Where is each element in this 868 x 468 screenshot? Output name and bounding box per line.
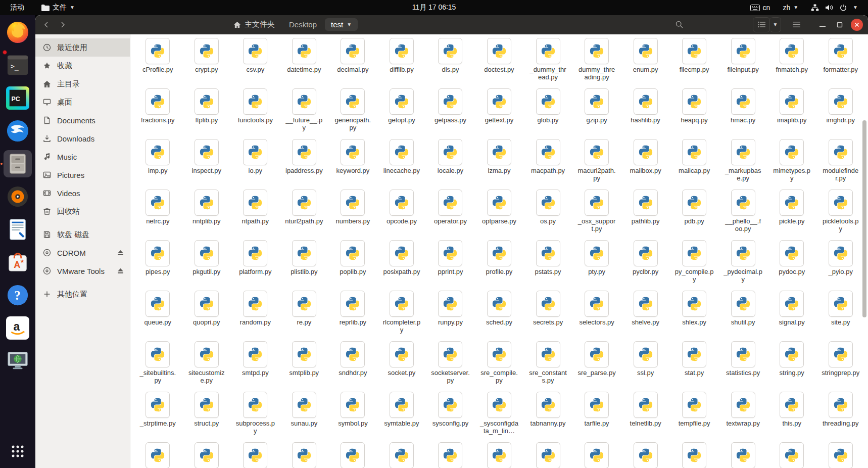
file-item[interactable]: ssl.py (621, 339, 670, 390)
file-item[interactable]: re.py (280, 289, 329, 339)
file-item[interactable]: pprint.py (426, 238, 475, 289)
file-item[interactable]: getpass.py (426, 86, 475, 137)
sidebar-item-trash-9[interactable]: 回收站 (35, 202, 130, 220)
dock-item-monitor-globe[interactable] (4, 347, 32, 375)
file-item[interactable]: pty.py (572, 238, 621, 289)
file-item[interactable]: warnings.py (718, 440, 767, 468)
file-item[interactable]: sysconfig.py (426, 390, 475, 440)
file-item[interactable]: ftplib.py (182, 86, 231, 137)
file-item[interactable]: telnetlib.py (621, 390, 670, 440)
sidebar-item-picture-7[interactable]: Pictures (35, 166, 130, 184)
file-item[interactable]: csv.py (231, 36, 280, 86)
file-item[interactable]: sre_constants.py (523, 339, 572, 390)
file-item[interactable]: smtpd.py (231, 339, 280, 390)
system-status-area[interactable]: ▼ (808, 0, 861, 15)
file-item[interactable]: mimetypes.py (767, 137, 816, 188)
file-item[interactable]: nturl2path.py (280, 188, 329, 238)
file-item[interactable]: operator.py (426, 188, 475, 238)
sidebar-item-floppy-10[interactable]: 软盘 磁盘 (35, 225, 130, 244)
file-item[interactable]: fnmatch.py (767, 36, 816, 86)
file-item[interactable]: pstats.py (523, 238, 572, 289)
dock-item-files[interactable] (4, 150, 32, 177)
file-item[interactable]: weakref.py (816, 440, 865, 468)
file-item[interactable]: filecmp.py (670, 36, 719, 86)
path-segment-desktop[interactable]: Desktop (283, 18, 323, 31)
file-item[interactable]: sndhdr.py (328, 339, 377, 390)
view-options-button[interactable]: ▼ (770, 17, 781, 32)
file-item[interactable]: pydoc.py (767, 238, 816, 289)
file-item[interactable]: textwrap.py (718, 390, 767, 440)
file-item[interactable]: tempfile.py (670, 390, 719, 440)
forward-button[interactable] (55, 17, 71, 32)
file-item[interactable]: uuid.py (670, 440, 719, 468)
file-item[interactable]: stringprep.py (816, 339, 865, 390)
file-item[interactable]: datetime.py (280, 36, 329, 86)
file-item[interactable]: gzip.py (572, 86, 621, 137)
file-item[interactable]: timeit.py (133, 440, 182, 468)
file-item[interactable]: dummy_threading.py (572, 36, 621, 86)
file-item[interactable]: trace.py (280, 440, 329, 468)
file-item[interactable]: traceback.py (328, 440, 377, 468)
file-item[interactable]: _pyio.py (816, 238, 865, 289)
dock-item-amazon[interactable]: a (4, 314, 32, 342)
dock-item-pycharm[interactable]: PC (4, 84, 32, 112)
file-item[interactable]: reprlib.py (328, 289, 377, 339)
file-item[interactable]: gettext.py (475, 86, 524, 137)
file-item[interactable]: typing.py (572, 440, 621, 468)
file-item[interactable]: posixpath.py (377, 238, 426, 289)
file-item[interactable]: inspect.py (182, 137, 231, 188)
file-item[interactable]: py_compile.py (670, 238, 719, 289)
keyboard-indicator[interactable]: cn (747, 0, 774, 15)
file-item[interactable]: numbers.py (328, 188, 377, 238)
file-item[interactable]: heapq.py (670, 86, 719, 137)
close-button[interactable] (851, 19, 863, 31)
file-item[interactable]: token.py (182, 440, 231, 468)
file-item[interactable]: plistlib.py (280, 238, 329, 289)
sidebar-item-download-5[interactable]: Downloads (35, 129, 130, 148)
file-item[interactable]: poplib.py (328, 238, 377, 289)
dock-item-ubuntu-software[interactable]: A★ (4, 249, 32, 276)
file-item[interactable]: pkgutil.py (182, 238, 231, 289)
file-item[interactable]: quopri.py (182, 289, 231, 339)
file-item[interactable]: _osx_support.py (572, 188, 621, 238)
file-item[interactable]: sched.py (475, 289, 524, 339)
file-item[interactable]: subprocess.py (231, 390, 280, 440)
file-item[interactable]: netrc.py (133, 188, 182, 238)
file-item[interactable]: _pydecimal.py (718, 238, 767, 289)
file-item[interactable]: __future__.py (280, 86, 329, 137)
file-item[interactable]: macurl2path.py (572, 137, 621, 188)
file-item[interactable]: sitecustomize.py (182, 339, 231, 390)
sidebar-item-cdrom-11[interactable]: CDROM (35, 244, 130, 262)
sidebar-item-video-8[interactable]: Videos (35, 184, 130, 202)
language-indicator[interactable]: zh ▼ (780, 0, 801, 15)
file-item[interactable]: shelve.py (621, 289, 670, 339)
dock-item-rhythmbox[interactable] (4, 183, 32, 210)
vertical-scrollbar[interactable] (862, 120, 866, 317)
file-item[interactable]: pdb.py (670, 188, 719, 238)
file-item[interactable]: sunau.py (280, 390, 329, 440)
file-item[interactable]: symtable.py (377, 390, 426, 440)
file-item[interactable]: wave.py (767, 440, 816, 468)
file-item[interactable]: this.py (767, 390, 816, 440)
file-item[interactable]: nntplib.py (182, 188, 231, 238)
file-item[interactable]: runpy.py (426, 289, 475, 339)
file-item[interactable]: os.py (523, 188, 572, 238)
file-item[interactable]: io.py (231, 137, 280, 188)
file-item[interactable]: formatter.py (816, 36, 865, 86)
file-item[interactable]: pickletools.py (816, 188, 865, 238)
dock-item-help[interactable]: ? (4, 282, 32, 309)
file-item[interactable]: imp.py (133, 137, 182, 188)
file-item[interactable]: tokenize.py (231, 440, 280, 468)
eject-button[interactable] (117, 268, 124, 274)
file-item[interactable]: hmac.py (718, 86, 767, 137)
file-item[interactable]: fileinput.py (718, 36, 767, 86)
file-item[interactable]: ntpath.py (231, 188, 280, 238)
eject-button[interactable] (117, 250, 124, 256)
file-item[interactable]: struct.py (182, 390, 231, 440)
file-item[interactable]: locale.py (426, 137, 475, 188)
sidebar-item-plus-13[interactable]: 其他位置 (35, 285, 130, 303)
file-item[interactable]: string.py (767, 339, 816, 390)
file-item[interactable]: sre_compile.py (475, 339, 524, 390)
file-item[interactable]: modulefinder.py (816, 137, 865, 188)
file-item[interactable]: hashlib.py (621, 86, 670, 137)
